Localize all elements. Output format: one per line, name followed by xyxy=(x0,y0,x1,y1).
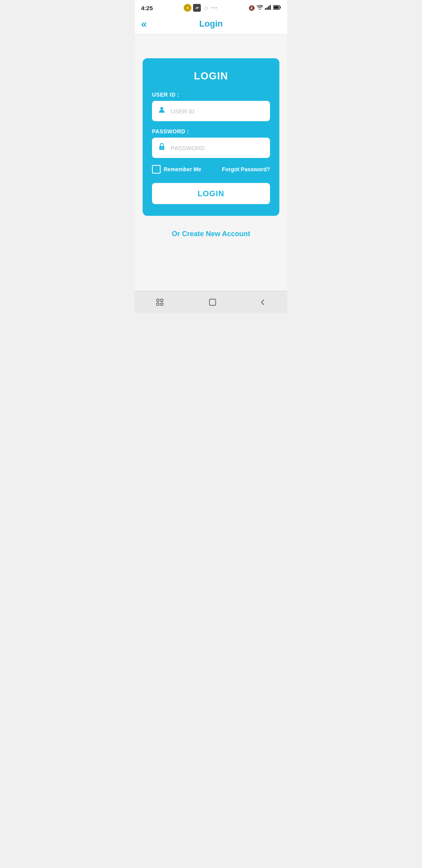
status-time: 4:25 xyxy=(141,5,153,11)
back-nav-icon[interactable] xyxy=(260,298,266,307)
password-input[interactable] xyxy=(171,145,265,151)
userid-input[interactable] xyxy=(171,108,265,115)
app-icon-jp: JP xyxy=(193,4,201,12)
page-title: Login xyxy=(141,19,281,29)
login-card-title: LOGIN xyxy=(152,70,270,82)
svg-point-9 xyxy=(161,147,163,149)
wifi-icon xyxy=(257,5,263,11)
battery-icon xyxy=(273,5,281,11)
app-icon-diamond: ◇ xyxy=(202,4,209,11)
forgot-password-link[interactable]: Forgot Password? xyxy=(222,166,270,172)
svg-rect-12 xyxy=(161,299,163,301)
app-icons: ● JP ◇ ··· xyxy=(184,4,217,12)
menu-nav-icon[interactable] xyxy=(156,298,165,306)
options-row: Remember Me Forgot Password? xyxy=(152,165,270,174)
svg-rect-10 xyxy=(157,299,159,301)
svg-rect-5 xyxy=(280,6,281,8)
svg-rect-1 xyxy=(266,7,268,10)
password-label: PASSWORD : xyxy=(152,128,270,135)
status-bar: 4:25 ● JP ◇ ··· 🔇 xyxy=(135,0,287,14)
userid-label: USER ID : xyxy=(152,91,270,98)
svg-rect-2 xyxy=(268,6,269,10)
back-button[interactable]: « xyxy=(141,19,147,29)
svg-rect-0 xyxy=(265,8,266,10)
svg-rect-6 xyxy=(274,6,279,9)
userid-input-wrapper xyxy=(152,101,270,121)
remember-me-label: Remember Me xyxy=(164,166,201,172)
login-button[interactable]: LOGIN xyxy=(152,183,270,204)
svg-point-7 xyxy=(160,107,163,110)
svg-rect-13 xyxy=(161,303,163,305)
create-account-link[interactable]: Or Create New Account xyxy=(172,230,250,238)
home-nav-icon[interactable] xyxy=(208,298,217,307)
person-icon xyxy=(157,106,166,117)
remember-me-checkbox[interactable] xyxy=(152,165,161,174)
lock-icon xyxy=(157,142,166,153)
svg-rect-3 xyxy=(270,5,271,10)
app-header: « Login xyxy=(135,14,287,35)
status-icons: 🔇 xyxy=(249,5,281,11)
password-input-wrapper xyxy=(152,138,270,158)
remember-me-row[interactable]: Remember Me xyxy=(152,165,201,174)
login-card: LOGIN USER ID : PASSWORD : xyxy=(143,58,279,216)
app-icon-1: ● xyxy=(184,4,191,12)
signal-icon xyxy=(265,5,271,11)
bottom-nav xyxy=(135,291,287,313)
main-content: LOGIN USER ID : PASSWORD : xyxy=(135,35,287,291)
dots-icon: ··· xyxy=(211,4,217,11)
svg-rect-14 xyxy=(209,299,216,305)
mute-icon: 🔇 xyxy=(249,5,255,11)
svg-rect-11 xyxy=(157,303,159,305)
